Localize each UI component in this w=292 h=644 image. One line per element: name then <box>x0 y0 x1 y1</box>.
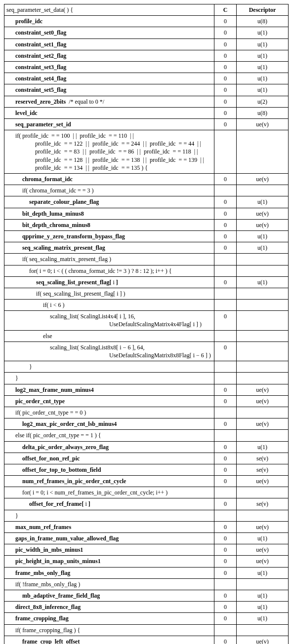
c-cell: 0 <box>214 16 237 27</box>
descriptor-cell: u(1) <box>237 27 289 38</box>
syntax-cell: gaps_in_frame_num_value_allowed_flag <box>4 533 214 544</box>
syntax-cell: if( chroma_format_idc = = 3 ) <box>4 185 214 196</box>
table-row: } <box>4 361 289 373</box>
descriptor-cell <box>237 185 289 196</box>
c-cell: 0 <box>214 118 237 130</box>
descriptor-cell <box>237 430 289 441</box>
syntax-cell: } <box>4 361 214 373</box>
table-row: constraint_set0_flag0u(1) <box>4 27 289 38</box>
table-row: pic_width_in_mbs_minus10ue(v) <box>4 544 289 556</box>
descriptor-cell <box>237 407 289 418</box>
descriptor-cell <box>237 288 289 299</box>
table-row: separate_colour_plane_flag0u(1) <box>4 196 289 208</box>
descriptor-cell <box>237 510 289 521</box>
table-row: if( pic_order_cnt_type = = 0 ) <box>4 407 289 418</box>
table-row: frame_mbs_only_flag0u(1) <box>4 567 289 578</box>
descriptor-cell: u(1) <box>237 196 289 208</box>
c-cell <box>214 373 237 384</box>
syntax-cell: bit_depth_luma_minus8 <box>4 208 214 219</box>
c-cell: 0 <box>214 84 237 96</box>
c-cell: 0 <box>214 602 237 613</box>
c-cell: 0 <box>214 196 237 208</box>
table-row: scaling_list( ScalingList4x4[ i ], 16,Us… <box>4 311 289 330</box>
header-descriptor: Descriptor <box>237 4 289 16</box>
table-row: constraint_set4_flag0u(1) <box>4 73 289 84</box>
descriptor-cell: ue(v) <box>237 521 289 532</box>
syntax-cell: separate_colour_plane_flag <box>4 196 214 208</box>
descriptor-cell: u(1) <box>237 567 289 578</box>
descriptor-cell: u(1) <box>237 242 289 254</box>
syntax-cell: constraint_set5_flag <box>4 84 214 96</box>
table-row: log2_max_pic_order_cnt_lsb_minus40ue(v) <box>4 418 289 430</box>
header-row: seq_parameter_set_data( ) { C Descriptor <box>4 4 289 16</box>
c-cell: 0 <box>214 464 237 475</box>
syntax-cell: bit_depth_chroma_minus8 <box>4 219 214 230</box>
syntax-cell: constraint_set4_flag <box>4 73 214 84</box>
header-syntax: seq_parameter_set_data( ) { <box>4 4 214 16</box>
c-cell <box>214 624 237 636</box>
table-row: gaps_in_frame_num_value_allowed_flag0u(1… <box>4 533 289 544</box>
descriptor-cell: ue(v) <box>237 118 289 130</box>
syntax-cell: } <box>4 373 214 384</box>
c-cell <box>214 330 237 341</box>
syntax-cell: } <box>4 510 214 521</box>
table-row: pic_order_cnt_type0ue(v) <box>4 395 289 407</box>
descriptor-cell: u(2) <box>237 96 289 107</box>
syntax-cell: constraint_set2_flag <box>4 50 214 61</box>
syntax-cell: constraint_set3_flag <box>4 61 214 73</box>
syntax-cell: frame_crop_left_offset <box>4 636 214 644</box>
descriptor-cell <box>237 487 289 498</box>
c-cell: 0 <box>214 50 237 61</box>
syntax-cell: seq_scaling_list_present_flag[ i ] <box>4 276 214 288</box>
syntax-cell: profile_idc <box>4 16 214 27</box>
c-cell: 0 <box>214 311 237 330</box>
syntax-cell: if( i < 6 ) <box>4 300 214 311</box>
c-cell <box>214 254 237 265</box>
c-cell <box>214 510 237 521</box>
syntax-cell: offset_for_ref_frame[ i ] <box>4 498 214 510</box>
descriptor-cell: u(1) <box>237 276 289 288</box>
c-cell: 0 <box>214 395 237 407</box>
syntax-cell: for( i = 0; i < num_ref_frames_in_pic_or… <box>4 487 214 498</box>
syntax-cell: scaling_list( ScalingList8x8[ i − 6 ], 6… <box>4 341 214 361</box>
syntax-cell: pic_order_cnt_type <box>4 395 214 407</box>
descriptor-cell: u(1) <box>237 73 289 84</box>
c-cell: 0 <box>214 556 237 567</box>
table-row: frame_crop_left_offset0ue(v) <box>4 636 289 644</box>
syntax-cell: direct_8x8_inference_flag <box>4 602 214 613</box>
syntax-cell: chroma_format_idc <box>4 174 214 185</box>
descriptor-cell <box>237 341 289 361</box>
syntax-cell: log2_max_pic_order_cnt_lsb_minus4 <box>4 418 214 430</box>
table-row: if( profile_idc = = 100 | | profile_idc … <box>4 130 289 174</box>
syntax-cell: constraint_set0_flag <box>4 27 214 38</box>
c-cell: 0 <box>214 276 237 288</box>
c-cell <box>214 407 237 418</box>
descriptor-cell: u(1) <box>237 50 289 61</box>
descriptor-cell <box>237 300 289 311</box>
table-row: offset_for_top_to_bottom_field0se(v) <box>4 464 289 475</box>
c-cell <box>214 430 237 441</box>
syntax-cell: if( pic_order_cnt_type = = 0 ) <box>4 407 214 418</box>
syntax-cell: pic_height_in_map_units_minus1 <box>4 556 214 567</box>
descriptor-cell <box>237 578 289 590</box>
syntax-cell: num_ref_frames_in_pic_order_cnt_cycle <box>4 476 214 487</box>
c-cell: 0 <box>214 219 237 230</box>
c-cell: 0 <box>214 418 237 430</box>
c-cell: 0 <box>214 61 237 73</box>
descriptor-cell <box>237 373 289 384</box>
descriptor-cell: u(8) <box>237 107 289 118</box>
c-cell: 0 <box>214 208 237 219</box>
descriptor-cell: u(1) <box>237 441 289 453</box>
table-row: seq_scaling_list_present_flag[ i ]0u(1) <box>4 276 289 288</box>
table-row: seq_parameter_set_id0ue(v) <box>4 118 289 130</box>
c-cell: 0 <box>214 174 237 185</box>
c-cell: 0 <box>214 27 237 38</box>
table-row: if( seq_scaling_list_present_flag[ i ] ) <box>4 288 289 299</box>
descriptor-cell: ue(v) <box>237 418 289 430</box>
table-row: frame_cropping_flag0u(1) <box>4 613 289 624</box>
syntax-cell: frame_mbs_only_flag <box>4 567 214 578</box>
descriptor-cell: ue(v) <box>237 384 289 395</box>
table-row: mb_adaptive_frame_field_flag0u(1) <box>4 590 289 601</box>
syntax-cell: if( profile_idc = = 100 | | profile_idc … <box>4 130 214 174</box>
syntax-cell: constraint_set1_flag <box>4 38 214 50</box>
